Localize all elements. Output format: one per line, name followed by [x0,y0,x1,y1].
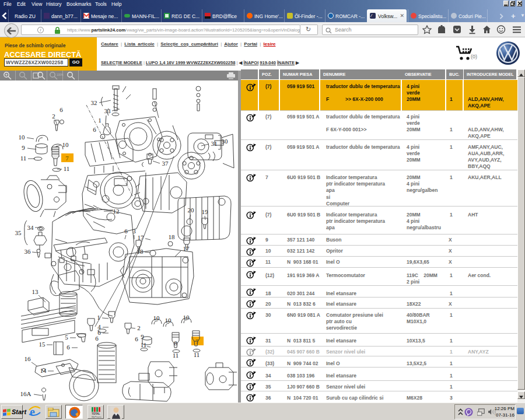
svg-text:11: 11 [20,155,27,162]
svg-text:100%: 100% [57,74,64,76]
svg-text:14: 14 [40,367,47,374]
svg-text:16: 16 [24,355,32,362]
svg-text:10: 10 [153,314,160,321]
svg-text:15: 15 [39,341,46,348]
svg-text:32: 32 [91,99,97,106]
svg-text:6: 6 [60,106,63,113]
svg-text:10: 10 [62,141,69,148]
svg-text:11: 11 [64,165,70,172]
svg-text:10: 10 [165,317,172,324]
svg-text:6: 6 [135,335,138,342]
svg-text:6: 6 [95,335,99,342]
svg-text:MyProject: MyProject [92,415,102,418]
svg-text:31: 31 [211,140,218,147]
svg-text:2: 2 [52,113,55,120]
svg-text:6: 6 [93,126,96,133]
svg-text:37: 37 [162,160,169,167]
svg-text:2: 2 [137,324,141,331]
svg-text:34: 34 [27,224,34,231]
svg-text:7: 7 [65,155,69,162]
svg-text:10: 10 [19,134,26,141]
svg-text:35: 35 [15,229,22,236]
svg-text:20: 20 [188,206,195,214]
svg-text:30: 30 [222,138,229,145]
svg-text:1: 1 [98,117,102,124]
svg-text:18: 18 [169,233,176,240]
svg-text:19: 19 [202,208,209,215]
svg-text:6: 6 [66,344,70,351]
svg-text:13: 13 [32,288,39,295]
svg-text:17: 17 [138,234,145,241]
svg-text:36: 36 [24,248,32,255]
svg-text:16A: 16A [20,390,32,397]
svg-text:5: 5 [65,334,68,341]
svg-text:9: 9 [22,144,25,151]
svg-text:1: 1 [97,314,100,321]
